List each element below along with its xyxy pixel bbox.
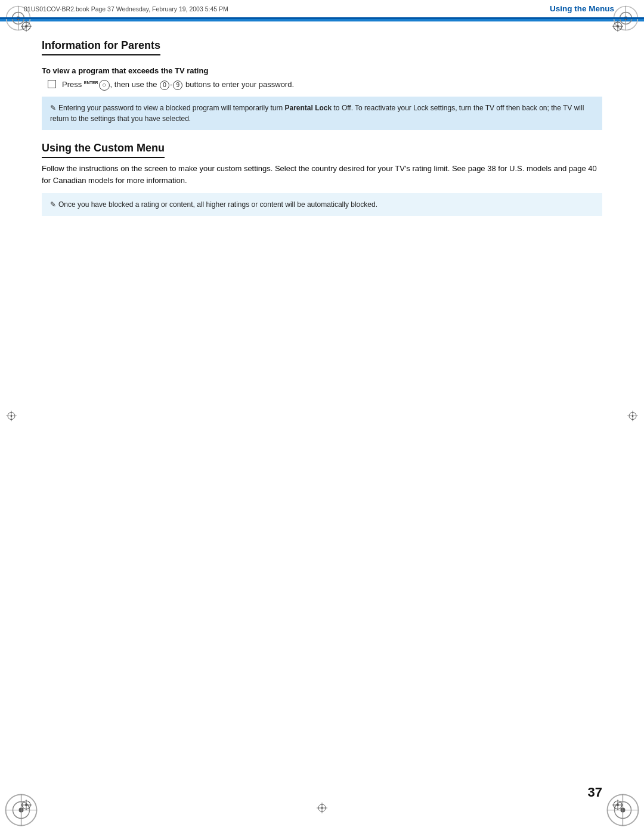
note2-text: Once you have blocked a rating or conten… (58, 200, 377, 209)
mid-right-crosshair (627, 410, 638, 423)
note-box-ratings: ✎Once you have blocked a rating or conte… (42, 193, 602, 216)
page-number: 37 (588, 785, 602, 800)
main-content: Information for Parents To view a progra… (0, 21, 644, 249)
note1-text: Entering your password to view a blocked… (50, 104, 584, 123)
section2-body: Follow the instructions on the screen to… (42, 163, 602, 188)
inner-crosshair-tl (21, 21, 32, 33)
section2-heading: Using the Custom Menu (42, 142, 165, 158)
nine-button-icon: 9 (173, 80, 182, 90)
section-custom-menu: Using the Custom Menu Follow the instruc… (42, 142, 602, 216)
bottom-center-crosshair (317, 803, 327, 815)
bullet-text-password: Press ENTER○, then use the 0-9 buttons t… (62, 79, 294, 91)
inner-crosshair-br (612, 800, 623, 812)
section1-heading: Information for Parents (42, 39, 160, 55)
header-strip: 01US01COV-BR2.book Page 37 Wednesday, Fe… (0, 0, 644, 19)
bullet-checkbox (48, 80, 56, 88)
subsection-heading: To view a program that exceeds the TV ra… (42, 66, 602, 75)
note-box-parental-lock: ✎Entering your password to view a blocke… (42, 97, 602, 130)
mid-left-crosshair (6, 410, 17, 423)
chapter-title: Using the Menus (550, 4, 620, 13)
enter-label: ENTER (84, 80, 98, 85)
page: 01US01COV-BR2.book Page 37 Wednesday, Fe… (0, 0, 644, 833)
note-pencil-icon: ✎ (50, 104, 56, 112)
file-info: 01US01COV-BR2.book Page 37 Wednesday, Fe… (24, 5, 550, 13)
note2-pencil-icon: ✎ (50, 200, 56, 209)
section-information-for-parents: Information for Parents To view a progra… (42, 39, 602, 130)
enter-button-icon: ○ (99, 80, 110, 91)
inner-crosshair-tr (612, 21, 623, 33)
bullet-item-password: Press ENTER○, then use the 0-9 buttons t… (48, 79, 602, 91)
zero-button-icon: 0 (160, 80, 169, 90)
inner-crosshair-bl (21, 800, 32, 812)
note1-bold: Parental Lock (285, 104, 332, 112)
